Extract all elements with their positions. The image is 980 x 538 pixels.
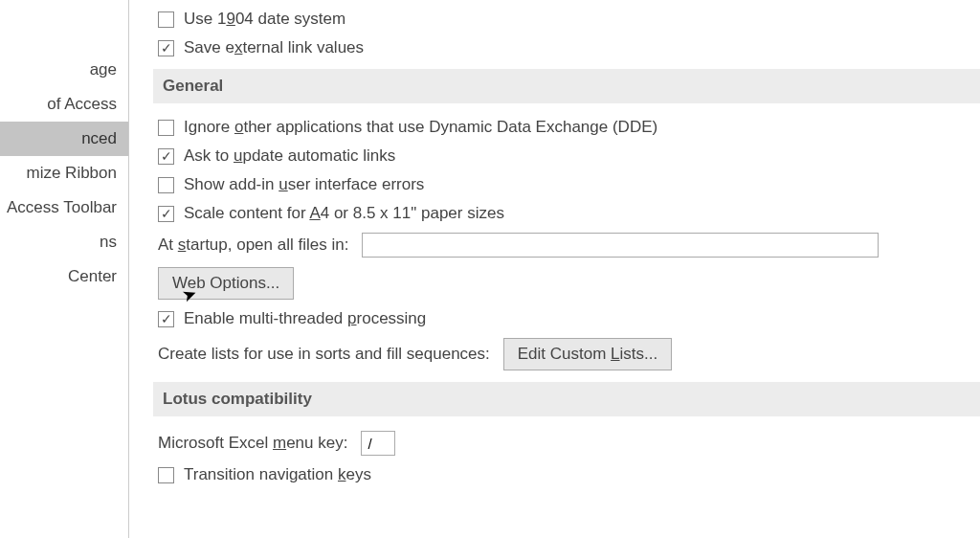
sidebar: age of Access nced mize Ribbon Access To…	[0, 0, 129, 538]
sidebar-item-6[interactable]: Center	[0, 259, 128, 294]
enable-multi-checkbox[interactable]	[158, 311, 174, 327]
web-options-button[interactable]: Web Options...	[158, 267, 294, 300]
save-external-label: Save external link values	[184, 38, 364, 57]
ignore-dde-checkbox[interactable]	[158, 120, 174, 136]
show-addin-checkbox[interactable]	[158, 177, 174, 193]
menu-key-label: Microsoft Excel menu key:	[158, 434, 347, 453]
enable-multi-label: Enable multi-threaded processing	[184, 309, 426, 328]
save-external-checkbox[interactable]	[158, 40, 174, 56]
scale-content-label: Scale content for A4 or 8.5 x 11" paper …	[184, 204, 504, 223]
transition-nav-label: Transition navigation keys	[184, 465, 371, 484]
sidebar-item-1[interactable]: of Access	[0, 87, 128, 122]
edit-custom-lists-button[interactable]: Edit Custom Lists...	[503, 338, 672, 370]
general-header: General	[153, 69, 980, 103]
ask-update-checkbox[interactable]	[158, 148, 174, 165]
show-addin-label: Show add-in user interface errors	[184, 175, 424, 194]
menu-key-input[interactable]	[361, 431, 395, 456]
ask-update-label: Ask to update automatic links	[184, 146, 395, 166]
startup-folder-input[interactable]	[362, 233, 879, 258]
sidebar-item-0[interactable]: age	[0, 53, 128, 87]
use-1904-checkbox[interactable]	[158, 11, 174, 28]
sidebar-item-advanced[interactable]: nced	[0, 122, 128, 156]
create-lists-label: Create lists for use in sorts and fill s…	[158, 345, 490, 364]
main-content: Use 1904 date system Save external link …	[129, 0, 980, 538]
startup-label: At startup, open all files in:	[158, 235, 348, 255]
sidebar-item-4[interactable]: Access Toolbar	[0, 191, 128, 225]
use-1904-label: Use 1904 date system	[184, 10, 345, 29]
ignore-dde-label: Ignore other applications that use Dynam…	[184, 118, 657, 137]
lotus-header: Lotus compatibility	[153, 382, 980, 416]
sidebar-item-3[interactable]: mize Ribbon	[0, 156, 128, 191]
transition-nav-checkbox[interactable]	[158, 467, 174, 483]
sidebar-item-5[interactable]: ns	[0, 225, 128, 259]
scale-content-checkbox[interactable]	[158, 206, 174, 222]
